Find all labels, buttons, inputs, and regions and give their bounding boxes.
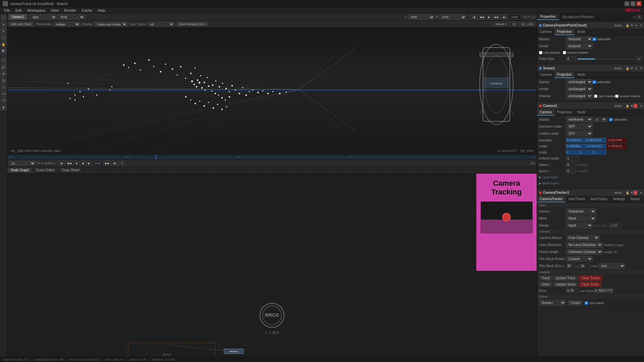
zoom-window-btn[interactable]: Zoom Window On ▾ [176, 22, 207, 26]
play-forward-btn[interactable]: ▶▶ [493, 15, 501, 19]
camera1-header[interactable]: Camera1 Node 🔒 👁 ● ✕ [537, 103, 644, 109]
tab-properties[interactable]: Properties [537, 14, 559, 20]
pc-castshadow-cb[interactable] [539, 51, 542, 54]
tab-curve-editor[interactable]: Curve Editor [33, 168, 58, 173]
panel-edit-btn[interactable]: ✎ [637, 15, 643, 19]
play-end-btn[interactable]: ▶| [501, 15, 508, 19]
s1-tab-projection[interactable]: Projection [554, 72, 575, 78]
tab-dope-sheet[interactable]: Dope Sheet [58, 168, 83, 173]
tl-play-back[interactable]: ◀◀ [65, 161, 73, 166]
c1-icon1-btn[interactable]: ⊞ [594, 117, 600, 122]
tl-play-back2[interactable]: ◀ [80, 161, 86, 166]
props-scroll[interactable]: CameraTrackerPointCloud1 Node 🔒 👁 ● ✕ Ca… [537, 21, 644, 362]
s1-display-select[interactable]: unchanged [566, 79, 593, 85]
c1-tx-input[interactable] [566, 138, 586, 142]
s1-close-btn[interactable]: ✕ [638, 66, 642, 71]
c1-xform-select[interactable]: SRT [566, 124, 593, 129]
c1-tab-node[interactable]: Node [575, 109, 588, 116]
tl-frame-input[interactable] [93, 161, 103, 166]
close-button[interactable]: ✕ [637, 1, 641, 6]
s1-receiveshadow-cb[interactable] [615, 95, 619, 98]
cameratracker1-header[interactable]: CameraTracker1 Node 🔒 👁 ● ✕ [537, 189, 644, 196]
ct1-source-select[interactable]: Sequence [566, 208, 596, 214]
pc-pointsize-slider[interactable] [577, 58, 636, 60]
c1-ry-input[interactable] [586, 144, 606, 148]
ct1-range-to[interactable] [609, 223, 621, 228]
c1-tab-camera[interactable]: Camera [537, 109, 554, 116]
tool-scale[interactable]: ⤡ [1, 35, 7, 41]
ct1-tab-autotracks[interactable]: AutoTracks [588, 196, 610, 202]
menu-cache[interactable]: Cache [79, 8, 95, 12]
maximize-button[interactable]: □ [631, 1, 635, 6]
pc-lock-btn[interactable]: 🔒 [624, 23, 628, 28]
c1-selectable-cb[interactable] [609, 118, 612, 121]
s1-shadow-select[interactable]: unchanged [566, 93, 593, 99]
pc-selectable-cb[interactable] [593, 38, 596, 41]
pointcloud-header[interactable]: CameraTrackerPointCloud1 Node 🔒 👁 ● ✕ [537, 22, 644, 29]
ct1-view-btn[interactable]: 👁 [629, 190, 633, 195]
c1-lock-btn[interactable]: 🔒 [624, 104, 628, 108]
ct1-error-input[interactable] [566, 288, 579, 293]
c1-skewx-input[interactable] [566, 162, 576, 167]
channel-select[interactable]: rgbargba.alphargb [30, 14, 57, 20]
pc-reset-btn[interactable]: ↺ [636, 57, 642, 61]
menu-edit[interactable]: Edit [13, 8, 24, 12]
s1-castshadow-cb[interactable] [594, 95, 597, 98]
play-begin-btn[interactable]: |◀ [470, 15, 477, 19]
c1-uniform-input[interactable] [566, 156, 579, 161]
tl-loop[interactable]: ↺ [119, 161, 125, 166]
ct1-export-select[interactable]: Scene+ [539, 300, 566, 306]
menu-render[interactable]: Render [61, 8, 79, 12]
s1-tab-camera[interactable]: Camera [537, 72, 554, 78]
ct1-close-btn[interactable]: ✕ [638, 190, 642, 195]
colorspace-select[interactable]: RGBsRGB [58, 14, 85, 20]
scene1-header[interactable]: Scene1 Node 🔒 👁 ● ✕ [537, 65, 644, 72]
viewer-tab[interactable]: Viewer1 [9, 14, 27, 20]
c1-icon2-btn[interactable]: 📷 [601, 117, 608, 122]
tl-stop[interactable]: ■ [74, 161, 79, 166]
c1-view-btn[interactable]: 👁 [629, 104, 633, 108]
menu-view[interactable]: View [48, 8, 62, 12]
play-back-btn[interactable]: ◀◀ [478, 15, 486, 19]
ct1-filmback-select[interactable]: Custom [566, 256, 593, 262]
view-default-btn[interactable]: default ▾ [492, 22, 509, 26]
c1-ty-input[interactable] [586, 138, 606, 142]
tl-play-fwd2[interactable]: ▶▶ [103, 161, 111, 166]
fps-select[interactable]: 24 [9, 161, 36, 166]
user-tracks-select[interactable]: All [148, 22, 174, 26]
ct1-track-btn[interactable]: Track [539, 276, 552, 281]
ct1-lock-btn[interactable]: 🔒 [624, 190, 628, 195]
ct1-tab-usertracks[interactable]: UserTracks [566, 196, 588, 202]
ct1-update-track-btn[interactable]: Update Track [553, 276, 578, 281]
thumbnails-select[interactable]: Hidden [53, 22, 80, 26]
tool-smear[interactable]: ⟿ [1, 91, 7, 97]
tool-sharpen[interactable]: ◇ [1, 84, 7, 90]
ct1-filmsize-y[interactable] [580, 263, 590, 268]
frame-input[interactable] [508, 15, 521, 19]
tl-play-end[interactable]: ▶| [112, 161, 118, 166]
tl-play-begin[interactable]: |◀ [58, 161, 64, 166]
ct1-mask-select[interactable]: None [566, 216, 596, 221]
tool-move[interactable]: ✦ [1, 21, 7, 27]
c1-worldmatrix-toggle[interactable]: ▶ World matrix [539, 182, 559, 185]
c1-sy-input[interactable] [579, 150, 593, 155]
ct1-tab-main[interactable]: CameraTracker [537, 196, 566, 202]
c1-tab-projection[interactable]: Projection [554, 109, 575, 116]
ct1-solve-btn[interactable]: Solve [539, 282, 552, 287]
ct1-color-btn[interactable]: ● [633, 190, 637, 195]
minimize-button[interactable]: ─ [625, 1, 629, 6]
s1-color-btn[interactable]: ● [633, 66, 637, 71]
pc-color-btn[interactable]: ● [633, 23, 637, 28]
pc-render-select[interactable]: textured [566, 43, 593, 49]
ct1-update-solve-btn[interactable]: Update Solve [553, 282, 578, 287]
c1-localmatrix-toggle[interactable]: ▶ Local matrix [539, 176, 558, 179]
ct1-filmsize-x[interactable] [566, 263, 576, 268]
pc-tab-node[interactable]: Node [575, 29, 588, 35]
tool-zoom[interactable]: 🔍 [1, 48, 7, 54]
pc-pointsize-input[interactable] [566, 56, 576, 61]
ct1-lensdist-select[interactable]: No Lens Distortion [566, 242, 603, 248]
c1-sx-input[interactable] [566, 150, 579, 155]
ct1-linkout-cb[interactable] [585, 301, 588, 305]
menu-file[interactable]: File [1, 8, 13, 12]
tool-rotate[interactable]: ↻ [1, 28, 7, 34]
